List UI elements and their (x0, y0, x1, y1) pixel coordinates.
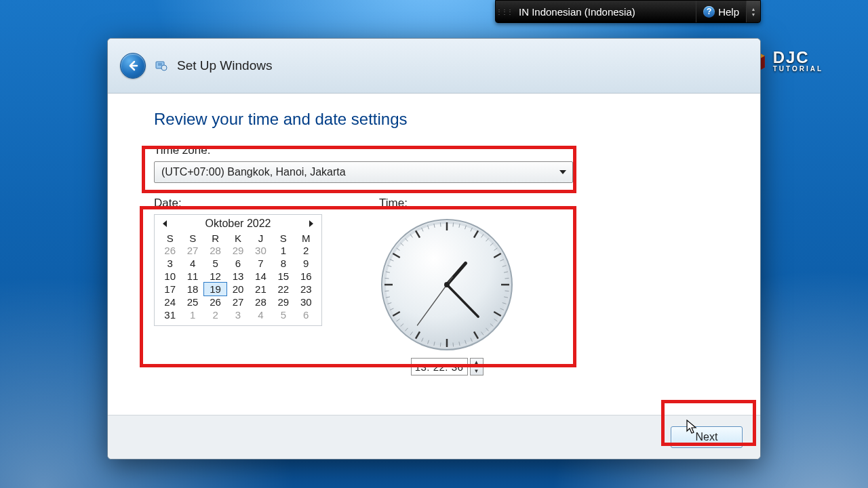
svg-point-71 (444, 282, 450, 287)
calendar-day[interactable]: 14 (250, 270, 272, 283)
chevron-down-icon (557, 167, 568, 178)
calendar-day[interactable]: 25 (181, 296, 203, 308)
time-value: 13: 22: 36 (415, 361, 464, 373)
calendar-day[interactable]: 4 (250, 308, 272, 321)
svg-line-67 (440, 223, 441, 227)
spinner-down-icon[interactable]: ▼ (471, 367, 483, 375)
calendar-day[interactable]: 5 (272, 308, 294, 321)
calendar-day[interactable]: 3 (159, 257, 181, 270)
timezone-label: Time zone: (154, 144, 714, 157)
calendar-day[interactable]: 23 (295, 283, 317, 296)
calendar-prev-month[interactable] (160, 219, 170, 228)
calendar-day[interactable]: 30 (295, 296, 317, 308)
window-title: Set Up Windows (177, 58, 272, 73)
calendar-day[interactable]: 9 (295, 257, 317, 270)
back-button[interactable] (120, 53, 146, 79)
help-label: Help (718, 6, 739, 18)
next-button-label: Next (696, 431, 718, 443)
window-body: Review your time and date settings Time … (108, 94, 760, 415)
calendar-day[interactable]: 3 (226, 308, 249, 321)
analog-clock (379, 217, 515, 352)
spinner-up-icon[interactable]: ▲ (471, 359, 483, 367)
calendar-day[interactable]: 2 (295, 244, 317, 257)
calendar-day[interactable]: 21 (250, 283, 272, 296)
setup-icon (155, 60, 167, 72)
calendar-day[interactable]: 2 (204, 308, 226, 321)
svg-line-39 (440, 343, 441, 347)
calendar-day[interactable]: 11 (181, 270, 203, 283)
svg-line-54 (385, 278, 389, 279)
calendar-dow: K (226, 232, 249, 244)
calendar-day[interactable]: 6 (226, 257, 249, 270)
help-button[interactable]: ? Help (696, 1, 746, 22)
calendar-day[interactable]: 17 (159, 283, 181, 296)
drag-handle-icon[interactable]: ⋮⋮⋮ (496, 1, 512, 22)
calendar-day[interactable]: 15 (272, 270, 294, 283)
svg-line-24 (505, 291, 509, 291)
calendar-day[interactable]: 19 (203, 282, 227, 296)
calendar-day[interactable]: 28 (204, 244, 226, 257)
calendar-day[interactable]: 13 (226, 270, 249, 283)
calendar-day[interactable]: 27 (226, 296, 249, 308)
calendar-day[interactable]: 27 (181, 244, 203, 257)
calendar-day[interactable]: 4 (181, 257, 203, 270)
date-label: Date: (154, 197, 322, 210)
calendar-day[interactable]: 1 (272, 244, 294, 257)
calendar-dow: S (272, 232, 294, 244)
window-header: Set Up Windows (108, 39, 760, 94)
calendar-month-label: Oktober 2022 (205, 218, 271, 230)
desktop-background: ⋮⋮⋮ IN Indonesian (Indonesia) ? Help ▲▼ … (0, 0, 868, 488)
help-icon: ? (703, 6, 715, 18)
calendar-dow: S (159, 232, 181, 244)
calendar-day[interactable]: 16 (295, 270, 317, 283)
calendar-day[interactable]: 8 (272, 257, 294, 270)
page-heading: Review your time and date settings (154, 110, 714, 129)
calendar-day[interactable]: 29 (272, 296, 294, 308)
calendar-day[interactable]: 26 (159, 244, 181, 257)
timezone-dropdown[interactable]: (UTC+07:00) Bangkok, Hanoi, Jakarta (154, 161, 573, 183)
svg-line-9 (453, 223, 454, 227)
toolbar-collapse-button[interactable]: ▲▼ (746, 1, 760, 22)
calendar-dow: R (204, 232, 226, 244)
calendar-day[interactable]: 22 (272, 283, 294, 296)
time-label: Time: (379, 197, 515, 210)
calendar-day[interactable]: 1 (181, 308, 203, 321)
calendar-day[interactable]: 29 (226, 244, 249, 257)
logo-text-1: DJC (773, 51, 823, 64)
calendar[interactable]: Oktober 2022 SSRKJSM26272829301234567891… (154, 214, 322, 326)
calendar-dow: J (250, 232, 272, 244)
next-button[interactable]: Next (671, 426, 743, 448)
language-toolbar: ⋮⋮⋮ IN Indonesian (Indonesia) ? Help ▲▼ (495, 0, 761, 23)
calendar-dow: S (181, 232, 203, 244)
calendar-day[interactable]: 30 (250, 244, 272, 257)
svg-line-22 (505, 278, 509, 279)
window-footer: Next (108, 415, 760, 459)
time-input[interactable]: 13: 22: 36 (411, 358, 468, 375)
calendar-day[interactable]: 18 (181, 283, 203, 296)
calendar-day[interactable]: 26 (204, 296, 226, 308)
calendar-day[interactable]: 5 (204, 257, 226, 270)
language-indicator[interactable]: IN Indonesian (Indonesia) (512, 6, 696, 18)
calendar-day[interactable]: 6 (295, 308, 317, 321)
calendar-day[interactable]: 10 (159, 270, 181, 283)
calendar-next-month[interactable] (307, 219, 316, 228)
svg-line-37 (453, 343, 454, 347)
svg-point-5 (161, 65, 167, 70)
setup-window: Set Up Windows Review your time and date… (107, 38, 761, 460)
calendar-day[interactable]: 12 (204, 270, 226, 283)
calendar-day[interactable]: 31 (159, 308, 181, 321)
calendar-day[interactable]: 7 (250, 257, 272, 270)
timezone-value: (UTC+07:00) Bangkok, Hanoi, Jakarta (161, 166, 346, 178)
logo-text-2: TUTORIAL (773, 65, 823, 73)
calendar-day[interactable]: 20 (226, 283, 249, 296)
back-arrow-icon (126, 59, 140, 73)
calendar-dow: M (295, 232, 317, 244)
time-spinner[interactable]: ▲ ▼ (470, 358, 484, 375)
calendar-day[interactable]: 28 (250, 296, 272, 308)
svg-line-52 (385, 291, 389, 291)
calendar-day[interactable]: 24 (159, 296, 181, 308)
